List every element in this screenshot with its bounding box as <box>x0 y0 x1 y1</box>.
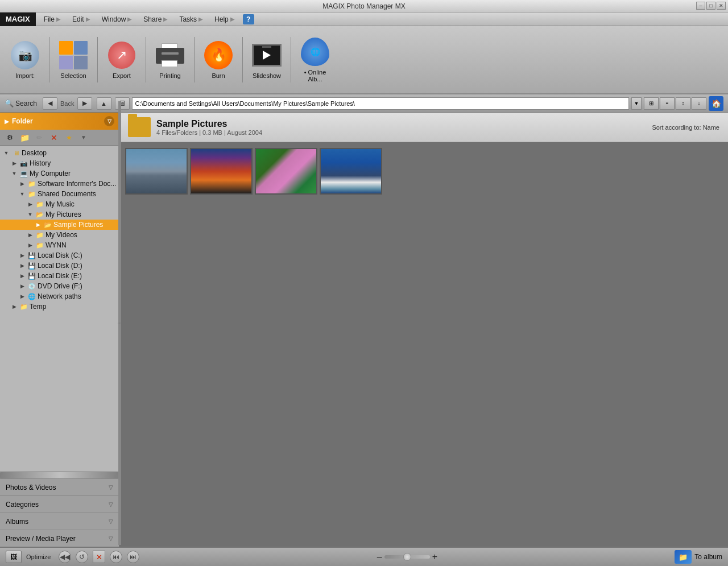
rewind-button[interactable]: ◀◀ <box>59 551 71 563</box>
history-icon: 📷 <box>19 159 28 167</box>
toolbar-divider-6 <box>291 37 291 82</box>
content-area: ⋮ Sample Pictures 4 Files/Folders | 0.3 … <box>119 113 728 547</box>
close-button[interactable]: ✕ <box>717 2 726 10</box>
folder-toolbar: ⚙ 📁 ✏ ✕ ★ ▼ <box>0 130 119 146</box>
grid-view-button[interactable]: ⊞ <box>644 97 659 110</box>
tree-item-shared-documents[interactable]: ▼ 📁 Shared Documents <box>0 189 119 199</box>
desktop-icon: 🖥 <box>11 149 20 157</box>
tree-item-sample-pictures[interactable]: ▶ 📂 Sample Pictures <box>0 220 119 230</box>
tree-item-temp[interactable]: ▶ 📁 Temp <box>0 301 119 312</box>
zoom-thumb[interactable] <box>403 553 411 561</box>
back-button[interactable]: ◀ <box>43 97 57 110</box>
sort-dir-button[interactable]: ↓ <box>692 97 706 110</box>
dvd-icon: 💿 <box>27 282 36 290</box>
view-buttons: ⊞ ≡ ↕ ↓ <box>644 97 706 110</box>
help-question-button[interactable]: ? <box>243 14 254 24</box>
folder-edit-button[interactable]: ✏ <box>33 132 46 143</box>
to-album-icon: 📁 <box>675 550 692 564</box>
up-button[interactable]: ▲ <box>97 97 111 110</box>
sort-label[interactable]: Sort according to: Name <box>652 124 719 131</box>
address-dropdown[interactable]: ▼ <box>631 97 642 110</box>
menu-tasks[interactable]: Tasks ▶ <box>173 14 209 25</box>
album-nav-button[interactable]: 🏠 <box>709 96 723 111</box>
toolbar-divider-4 <box>194 37 195 82</box>
categories-panel[interactable]: Categories ▽ <box>0 495 119 513</box>
menu-edit[interactable]: Edit ▶ <box>67 14 96 25</box>
burn-button[interactable]: 🔥 Burn <box>199 31 238 88</box>
address-bar[interactable]: C:\Documents and Settings\All Users\Docu… <box>132 97 630 110</box>
skip-back-button[interactable]: ⏮ <box>110 551 122 563</box>
resize-handle[interactable]: ⋮ <box>118 101 121 545</box>
tree-item-my-pictures[interactable]: ▼ 📂 My Pictures <box>0 209 119 220</box>
tree-item-my-computer[interactable]: ▼ 💻 My Computer <box>0 168 119 179</box>
tree-item-network-paths[interactable]: ▶ 🌐 Network paths <box>0 291 119 301</box>
selection-label: Selection <box>60 72 86 79</box>
si-label: Software Informer's Doc... <box>38 180 116 188</box>
tree-item-dvd-drive-f[interactable]: ▶ 💿 DVD Drive (F:) <box>0 281 119 291</box>
backward-button[interactable]: ↺ <box>76 551 88 563</box>
printing-button[interactable]: Printing <box>151 31 189 88</box>
zoom-out-icon[interactable]: – <box>377 552 382 562</box>
forward-button[interactable]: ▶ <box>77 97 92 110</box>
sidebar-scrollbar[interactable] <box>0 472 119 478</box>
lde-label: Local Disk (E:) <box>38 272 82 280</box>
preview-media-player-panel[interactable]: Preview / Media Player ▽ <box>0 530 119 547</box>
menu-file[interactable]: File ▶ <box>38 14 67 25</box>
minimize-button[interactable]: – <box>696 2 705 10</box>
restore-button[interactable]: □ <box>706 2 715 10</box>
export-button[interactable]: ↗ Export <box>102 31 141 88</box>
stop-button[interactable]: ✕ <box>93 551 105 563</box>
import-icon-area: 📷 <box>10 40 40 70</box>
sd-label: Shared Documents <box>38 190 96 198</box>
np-icon: 🌐 <box>27 292 36 300</box>
slideshow-button[interactable]: Slideshow <box>247 31 286 88</box>
tree-item-software-informer[interactable]: ▶ 📁 Software Informer's Doc... <box>0 179 119 189</box>
tree-item-my-music[interactable]: ▶ 📁 My Music <box>0 199 119 209</box>
menu-share[interactable]: Share ▶ <box>138 14 173 25</box>
photo-thumb-sunset[interactable] <box>190 148 253 195</box>
skip-forward-button[interactable]: ⏭ <box>127 551 139 563</box>
optimize-icon[interactable]: 🖼 <box>6 551 22 563</box>
folder-expand-arrow: ▶ <box>5 118 9 125</box>
import-label: Import: <box>15 72 35 79</box>
tree-item-local-disk-c[interactable]: ▶ 💾 Local Disk (C:) <box>0 250 119 261</box>
folder-thumbnail <box>128 117 151 137</box>
sort-button[interactable]: ↕ <box>676 97 690 110</box>
tree-item-local-disk-e[interactable]: ▶ 💾 Local Disk (E:) <box>0 271 119 281</box>
folder-collapse-button[interactable]: ▽ <box>104 116 114 126</box>
folder-settings-button[interactable]: ⚙ <box>3 132 16 143</box>
photo-grid <box>119 142 728 547</box>
optimize-label: Optimize <box>26 553 51 560</box>
window-controls[interactable]: – □ ✕ <box>696 2 726 10</box>
folder-header[interactable]: ▶ Folder ▽ <box>0 113 119 130</box>
mp-icon: 📂 <box>35 210 44 218</box>
zoom-in-icon[interactable]: + <box>432 552 437 562</box>
photo-thumb-ocean[interactable] <box>320 148 382 195</box>
menu-window[interactable]: Window ▶ <box>96 14 138 25</box>
tree-item-desktop[interactable]: ▼ 🖥 Desktop <box>0 148 119 158</box>
tree-item-local-disk-d[interactable]: ▶ 💾 Local Disk (D:) <box>0 261 119 271</box>
folder-favorite-button[interactable]: ★ <box>63 132 75 143</box>
back-label: Back <box>60 100 74 107</box>
tree-item-wynn[interactable]: ▶ 📁 WYNN <box>0 240 119 250</box>
albums-panel[interactable]: Albums ▽ <box>0 513 119 530</box>
temp-icon: 📁 <box>19 303 28 311</box>
import-button[interactable]: 📷 Import: <box>6 31 44 88</box>
photo-thumb-flowers[interactable] <box>255 148 317 195</box>
zoom-slider[interactable] <box>384 555 430 559</box>
home-button[interactable]: 🖥 <box>115 97 130 110</box>
tree-item-history[interactable]: ▶ 📷 History <box>0 158 119 168</box>
photos-videos-label: Photos & Videos <box>6 484 56 491</box>
list-view-button[interactable]: ≡ <box>660 97 675 110</box>
to-album-button[interactable]: 📁 To album <box>675 550 722 564</box>
online-album-button[interactable]: 🌐 • Online Alb... <box>296 31 334 88</box>
printing-label: Printing <box>159 72 180 79</box>
photos-videos-panel[interactable]: Photos & Videos ▽ <box>0 478 119 495</box>
photo-thumb-mountains[interactable] <box>125 148 188 195</box>
tree-item-my-videos[interactable]: ▶ 📁 My Videos <box>0 230 119 240</box>
folder-delete-button[interactable]: ✕ <box>48 132 60 143</box>
folder-new-button[interactable]: 📁 <box>18 132 31 143</box>
menu-help[interactable]: Help ▶ <box>209 14 241 25</box>
selection-button[interactable]: Selection <box>54 31 93 88</box>
folder-more-button[interactable]: ▼ <box>77 132 90 143</box>
